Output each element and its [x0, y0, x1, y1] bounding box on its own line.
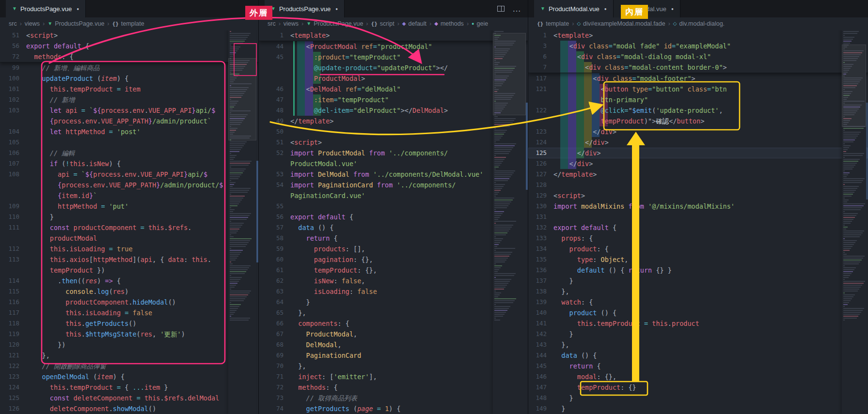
code-line[interactable]: 100 updateProduct (item) { [0, 73, 258, 84]
code-line[interactable]: 48 @del-item="delProduct"></DelModal> [259, 105, 528, 116]
editor[interactable]: 1<template> 44 <ProductModal ref="produc… [259, 30, 528, 414]
code-line[interactable]: 72 methods: { [259, 382, 528, 393]
line-number[interactable]: 109 [0, 201, 26, 212]
line-number[interactable]: 126 [528, 158, 553, 169]
code-line[interactable]: 106 // 編輯 [0, 148, 258, 158]
code-line[interactable]: 138 }, [528, 286, 868, 297]
code-line[interactable]: 65 }, [259, 307, 528, 318]
code-line[interactable]: 103 let api = `${process.env.VUE_APP_API… [0, 105, 258, 116]
code-line[interactable]: 125 </div> [528, 148, 868, 158]
line-number[interactable]: 100 [0, 73, 26, 84]
code-line[interactable]: 61 tempProduct: {}, [259, 265, 528, 276]
line-number[interactable]: 126 [0, 403, 26, 414]
code-line[interactable]: 112 this.isLoading = true [0, 244, 258, 254]
line-number[interactable]: 71 [259, 371, 290, 382]
line-number[interactable]: 51 [259, 137, 290, 148]
line-number[interactable]: 129 [528, 190, 553, 201]
line-number[interactable]: 60 [259, 254, 290, 265]
line-number[interactable]: 114 [0, 276, 26, 286]
line-number[interactable]: 124 [528, 137, 553, 148]
line-number[interactable]: 125 [528, 148, 553, 158]
code-line[interactable]: 56export default { [259, 212, 528, 222]
code-area[interactable]: 99 // 新增、編輯商品100 updateProduct (item) {1… [0, 62, 258, 414]
code-line[interactable]: 135 type: Object, [528, 254, 868, 265]
code-line[interactable]: 99 // 新增、編輯商品 [0, 62, 258, 73]
line-number[interactable]: 48 [259, 105, 290, 116]
line-number[interactable]: 106 [0, 148, 26, 158]
code-line[interactable]: PaginationCard.vue' [259, 190, 528, 201]
line-number[interactable]: 127 [528, 169, 553, 180]
line-number[interactable]: 140 [528, 307, 553, 318]
tab-productspage-vue[interactable]: ▼ProductsPage.vue● [6, 0, 86, 17]
code-line[interactable]: tempProduct }) [0, 265, 258, 276]
line-number[interactable]: 117 [528, 73, 553, 84]
line-number[interactable]: 120 [0, 339, 26, 350]
code-line[interactable]: 144 data () { [528, 350, 868, 361]
line-number[interactable]: 51 [0, 30, 26, 41]
code-line[interactable]: 58 return { [259, 233, 528, 244]
modified-dot-icon[interactable]: ● [604, 7, 607, 11]
code-line[interactable]: 72 methods: { [0, 51, 258, 62]
line-number[interactable]: 50 [259, 126, 290, 137]
line-number[interactable] [0, 265, 26, 276]
line-number[interactable]: 148 [528, 393, 553, 403]
line-number[interactable]: 125 [0, 393, 26, 403]
line-number[interactable]: 52 [259, 148, 290, 158]
minimap-slider[interactable] [842, 45, 866, 127]
scrollbar-thumb[interactable] [866, 103, 868, 199]
minimap[interactable] [228, 30, 256, 414]
line-number[interactable]: 105 [0, 137, 26, 148]
line-number[interactable]: 119 [0, 329, 26, 339]
breadcrumb-item-div-modal-dialog[interactable]: ◇div.modal-dialog. [673, 20, 725, 27]
line-number[interactable]: 63 [259, 286, 290, 297]
code-line[interactable]: 1<template> [259, 30, 528, 41]
minimap-slider[interactable] [493, 33, 526, 115]
code-line[interactable]: 115 console.log(res) [0, 286, 258, 297]
code-line[interactable]: 108 api = `${process.env.VUE_APP_API}api… [0, 169, 258, 180]
code-line[interactable]: 127</template> [528, 169, 868, 180]
breadcrumb-item-template[interactable]: {}template [112, 20, 144, 27]
code-line[interactable]: 109 httpMethod = 'put' [0, 201, 258, 212]
breadcrumb-item-script[interactable]: {}script [371, 20, 395, 27]
code-line[interactable]: 133 props: { [528, 233, 868, 244]
code-line[interactable]: 149 } [528, 403, 868, 414]
line-number[interactable] [528, 94, 553, 105]
code-line[interactable]: 101 this.tempProduct = item [0, 84, 258, 94]
breadcrumb-item-geie[interactable]: ●geie [472, 20, 488, 27]
line-number[interactable]: 121 [528, 84, 553, 94]
line-number[interactable] [259, 158, 290, 169]
code-line[interactable]: 50 [259, 126, 528, 137]
line-number[interactable]: 46 [259, 84, 290, 94]
modified-dot-icon[interactable]: ● [335, 7, 338, 11]
code-line[interactable]: 145 return { [528, 361, 868, 371]
line-number[interactable]: 54 [259, 180, 290, 190]
code-line[interactable]: 142 } [528, 329, 868, 339]
line-number[interactable]: 72 [0, 51, 26, 62]
code-line[interactable]: 44 <ProductModal ref="productModal" [259, 41, 528, 52]
code-line[interactable]: 110 } [0, 212, 258, 222]
code-line[interactable]: 73 // 取得商品列表 [259, 393, 528, 403]
line-number[interactable]: 122 [528, 105, 553, 116]
line-number[interactable]: 56 [259, 212, 290, 222]
modified-dot-icon[interactable]: ● [77, 7, 79, 11]
code-line[interactable]: 1<template> [528, 30, 868, 41]
line-number[interactable]: 45 [259, 52, 290, 62]
code-line[interactable]: {process.env.VUE_APP_PATH}/admin/product… [0, 116, 258, 126]
line-number[interactable]: 146 [528, 371, 553, 382]
line-number[interactable]: 101 [0, 84, 26, 94]
code-area[interactable]: 44 <ProductModal ref="productModal"45 :p… [259, 41, 528, 414]
code-line[interactable]: 123 </div> [528, 126, 868, 137]
code-line[interactable]: 54import PaginationCard from '../compone… [259, 180, 528, 190]
code-line[interactable]: 74 getProducts (page = 1) { [259, 403, 528, 414]
line-number[interactable]: 99 [0, 62, 26, 73]
line-number[interactable]: 110 [0, 212, 26, 222]
line-number[interactable]: 67 [259, 329, 290, 339]
editor[interactable]: 1<template>3 <div class="modal fade" id=… [528, 30, 868, 414]
code-line[interactable]: 63 isLoading: false [259, 286, 528, 297]
line-number[interactable]: 139 [528, 297, 553, 307]
line-number[interactable]: 1 [528, 30, 553, 41]
code-line[interactable]: 116 productComponent.hideModal() [0, 297, 258, 307]
code-line[interactable]: 140 product () { [528, 307, 868, 318]
line-number[interactable]: 68 [259, 339, 290, 350]
line-number[interactable]: 134 [528, 244, 553, 254]
